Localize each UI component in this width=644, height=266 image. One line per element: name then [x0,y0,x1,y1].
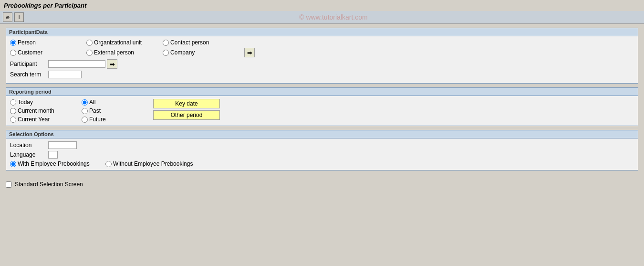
external-person-radio[interactable] [86,50,93,56]
person-radio[interactable] [10,40,16,46]
past-option: Past [82,107,153,114]
standard-selection-label: Standard Selection Screen [15,181,83,188]
without-employee-label: Without Employee Prebookings [113,160,193,167]
participant-lookup-button[interactable]: ➡ [107,59,117,69]
current-month-option: Current month [10,107,82,114]
all-radio[interactable] [82,99,88,106]
search-term-row: Search term [10,71,634,78]
language-input[interactable] [48,151,58,159]
participant-data-section: ParticipantData Person Organizational un… [6,28,638,84]
main-content: ParticipantData Person Organizational un… [0,24,644,178]
customer-option: Customer [10,49,86,56]
customer-label: Customer [18,49,42,56]
selection-options-title: Selection Options [6,130,638,138]
other-period-button[interactable]: Other period [153,110,220,120]
selection-options-section: Selection Options Location Language With… [6,130,638,170]
today-option: Today [10,99,82,106]
future-option: Future [82,116,153,123]
location-row: Location [10,141,634,149]
location-label: Location [10,142,48,149]
company-radio[interactable] [163,50,169,56]
participant-label: Participant [10,61,48,67]
participant-type-row2: Customer External person Company ➡ [10,48,634,57]
all-option: All [82,99,153,106]
current-year-option: Current Year [10,116,82,123]
participant-data-body: Person Organizational unit Contact perso… [6,36,638,83]
page-title: Prebookings per Participant [0,0,644,11]
current-year-radio[interactable] [10,117,16,123]
contact-person-radio[interactable] [163,40,169,46]
language-label: Language [10,151,48,158]
participant-type-row1: Person Organizational unit Contact perso… [10,39,634,46]
reporting-period-body: Today Current month Current Year All [6,96,638,126]
search-term-input[interactable] [48,71,82,78]
reporting-period-title: Reporting period [6,88,638,96]
language-row: Language [10,151,634,159]
past-label: Past [89,107,101,114]
today-label: Today [18,99,33,106]
current-month-radio[interactable] [10,108,16,114]
info-icon[interactable]: i [14,12,24,22]
future-radio[interactable] [82,117,88,123]
person-label: Person [18,39,36,46]
navigation-icon[interactable]: ⊕ [3,12,12,22]
period-buttons: Key date Other period [153,99,220,120]
all-label: All [89,99,95,106]
search-term-label: Search term [10,71,48,78]
current-year-label: Current Year [18,116,50,123]
person-option: Person [10,39,86,46]
org-unit-radio[interactable] [86,40,93,46]
participant-data-title: ParticipantData [6,28,638,36]
with-employee-radio[interactable] [10,161,16,167]
external-person-option: External person [86,49,163,56]
current-month-label: Current month [18,107,54,114]
standard-selection-checkbox[interactable] [6,181,12,188]
past-radio[interactable] [82,108,88,114]
external-person-label: External person [94,49,134,56]
selection-options-body: Location Language With Employee Prebooki… [6,138,638,170]
org-unit-label: Organizational unit [94,39,142,46]
contact-person-option: Contact person [163,39,239,46]
contact-person-label: Contact person [170,39,209,46]
company-option: Company [163,49,239,56]
with-employee-label: With Employee Prebookings [18,160,90,167]
participant-input[interactable] [48,60,105,68]
customer-radio[interactable] [10,50,16,56]
location-input[interactable] [48,141,77,149]
company-label: Company [170,49,195,56]
toolbar: ⊕ i © www.tutorialkart.com [0,11,644,24]
participant-row: Participant ➡ [10,59,634,69]
watermark: © www.tutorialkart.com [26,13,641,21]
key-date-button[interactable]: Key date [153,99,220,108]
org-unit-option: Organizational unit [86,39,163,46]
future-label: Future [89,116,106,123]
reporting-period-section: Reporting period Today Current month Cur… [6,87,638,126]
today-radio[interactable] [10,99,16,106]
employee-prebooking-row: With Employee Prebookings Without Employ… [10,160,634,167]
footer: Standard Selection Screen [0,178,644,191]
without-employee-radio[interactable] [105,161,112,167]
participant-navigate-button[interactable]: ➡ [244,48,255,57]
